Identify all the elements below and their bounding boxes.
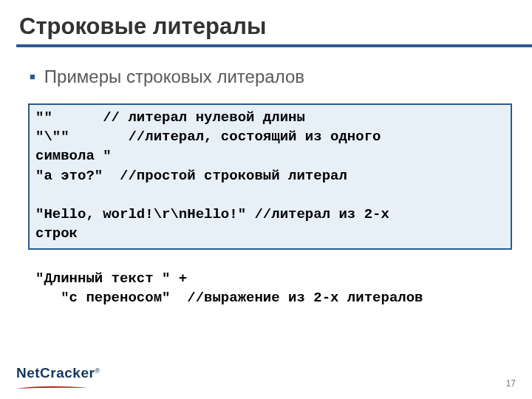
slide-body: ■ Примеры строковых литералов "" // лите…: [30, 66, 513, 307]
page-number: 17: [506, 378, 516, 389]
page-title: Строковые литералы: [19, 13, 513, 40]
bullet-text: Примеры строковых литералов: [44, 66, 304, 87]
logo-swoosh-icon: [16, 380, 100, 393]
logo: NetCracker®: [16, 365, 100, 393]
code-below: "Длинный текст " + "с переносом" //выраж…: [28, 250, 513, 308]
code-box: "" // литерал нулевой длины "\"" //литер…: [28, 103, 512, 250]
code-block: "" // литерал нулевой длины "\"" //литер…: [28, 103, 513, 307]
slide: Строковые литералы ■ Примеры строковых л…: [0, 0, 532, 399]
bullet-row: ■ Примеры строковых литералов: [30, 66, 513, 87]
logo-text: NetCracker: [16, 365, 95, 381]
registered-icon: ®: [95, 367, 100, 375]
title-rule: [16, 44, 532, 47]
square-bullet-icon: ■: [30, 72, 35, 81]
